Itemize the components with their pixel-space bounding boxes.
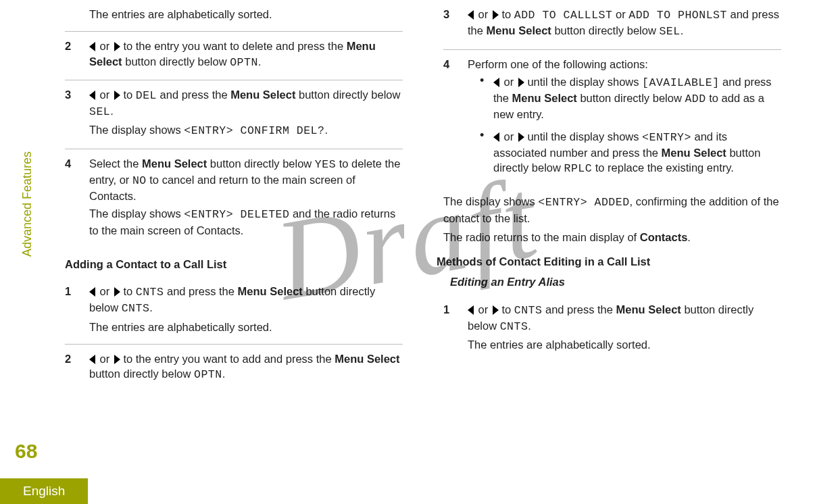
intro-row: The entries are alphabetically sorted. <box>65 0 403 31</box>
text: or <box>612 8 628 20</box>
list-item: or until the display shows [AVAILABLE] a… <box>480 74 781 122</box>
text: and press the <box>542 303 616 316</box>
step-number: 4 <box>443 57 468 184</box>
step-number: 1 <box>65 284 89 337</box>
arrow-right-icon <box>518 78 524 87</box>
text: Select the <box>89 157 142 170</box>
result-text: The radio returns to the main display of… <box>443 230 781 245</box>
result-text: The display shows <ENTRY> ADDED, confirm… <box>443 194 781 226</box>
code-cnts: CNTS <box>136 286 164 299</box>
text: The entries are alphabetically sorted. <box>89 8 272 20</box>
arrow-right-icon <box>518 132 524 142</box>
menu-select-label: Menu Select <box>142 157 207 170</box>
text: The radio returns to the main display of <box>443 231 640 243</box>
menu-select-label: Menu Select <box>335 353 399 365</box>
arrow-right-icon <box>114 355 120 364</box>
step-2-delete: 2 or to the entry you want to delete and… <box>65 31 403 80</box>
step-3-del: 3 or to DEL and press the Menu Select bu… <box>65 80 403 149</box>
text: button directly below <box>89 368 194 380</box>
code-del: DEL <box>136 89 157 102</box>
menu-select-label: Menu Select <box>230 89 295 101</box>
code-add-calllst: ADD TO CALLLST <box>514 9 613 22</box>
text: Perform one of the following actions: <box>468 58 648 70</box>
code-optn: OPTN <box>194 368 222 381</box>
arrow-left-icon <box>89 355 95 364</box>
text: to <box>120 89 136 101</box>
menu-select-label: Menu Select <box>512 92 577 104</box>
code-yes: YES <box>315 158 336 171</box>
code-add-phonlst: ADD TO PHONLST <box>628 9 727 22</box>
text: button directly below <box>295 89 400 101</box>
text: or <box>97 285 113 297</box>
contacts-label: Contacts <box>640 231 688 243</box>
step-body: Perform one of the following actions: or… <box>468 57 781 184</box>
step-number: 3 <box>443 7 468 43</box>
text: and press the <box>157 89 230 101</box>
text: . <box>149 301 153 313</box>
step-body: or to CNTS and press the Menu Select but… <box>468 302 781 355</box>
arrow-left-icon <box>89 42 95 51</box>
step-body: or to ADD TO CALLLST or ADD TO PHONLST a… <box>468 7 781 43</box>
code-cnts: CNTS <box>500 320 528 333</box>
text: and press the <box>164 285 237 297</box>
step-body: Select the Menu Select button directly b… <box>89 156 403 241</box>
page-number: 68 <box>15 438 37 465</box>
code-cnts: CNTS <box>122 302 150 315</box>
step-number: 2 <box>65 351 89 386</box>
arrow-left-icon <box>89 287 95 297</box>
arrow-right-icon <box>114 42 120 51</box>
text: . <box>258 55 262 68</box>
arrow-left-icon <box>468 305 474 315</box>
side-label: Advanced Features <box>19 151 35 257</box>
arrow-left-icon <box>89 91 95 100</box>
arrow-right-icon <box>114 91 120 100</box>
text: . <box>222 368 226 380</box>
menu-select-label: Menu Select <box>487 24 551 36</box>
step-body: or to the entry you want to add and pres… <box>89 351 403 386</box>
step-body: or to CNTS and press the Menu Select but… <box>89 284 403 337</box>
list-item: or until the display shows <ENTRY> and i… <box>480 129 781 177</box>
step-number: 4 <box>65 156 89 241</box>
arrow-right-icon <box>114 287 120 297</box>
add-step-4: 4 Perform one of the following actions: … <box>443 49 781 191</box>
column-left: The entries are alphabetically sorted. 2… <box>65 0 427 393</box>
add-step-3: 3 or to ADD TO CALLLST or ADD TO PHONLST… <box>443 0 781 49</box>
text: button directly below <box>207 157 315 170</box>
code-no: NO <box>132 174 147 187</box>
step-number: 1 <box>443 302 468 355</box>
step-4-confirm: 4 Select the Menu Select button directly… <box>65 149 403 247</box>
heading-methods-editing: Methods of Contact Editing in a Call Lis… <box>437 254 781 269</box>
column-right: 3 or to ADD TO CALLLST or ADD TO PHONLST… <box>427 0 806 393</box>
menu-select-label: Menu Select <box>238 285 303 297</box>
text: or <box>501 130 517 143</box>
code-rplc: RPLC <box>564 162 593 175</box>
heading-add-contact: Adding a Contact to a Call List <box>65 257 403 272</box>
arrow-left-icon <box>493 132 499 142</box>
code-deleted: <ENTRY> DELETED <box>184 208 289 221</box>
text: . <box>324 124 328 136</box>
language-badge: English <box>0 478 88 504</box>
code-add: ADD <box>685 93 706 105</box>
add-step-2: 2 or to the entry you want to add and pr… <box>65 344 403 393</box>
text: to replace the existing entry. <box>592 161 734 174</box>
step-number: 3 <box>65 87 89 142</box>
code-sel: SEL <box>89 105 110 118</box>
text: button directly below <box>551 24 660 36</box>
text: to the entry you want to add and press t… <box>120 353 335 365</box>
code-sel: SEL <box>659 25 680 38</box>
text: . <box>681 24 684 36</box>
arrow-right-icon <box>493 10 499 20</box>
text: The display shows <box>89 207 184 220</box>
text: or <box>97 353 113 365</box>
text: or <box>475 303 491 316</box>
add-step-1: 1 or to CNTS and press the Menu Select b… <box>65 277 403 344</box>
bullet-list: or until the display shows [AVAILABLE] a… <box>468 74 781 177</box>
intro-text: The entries are alphabetically sorted. <box>89 7 403 24</box>
text: The display shows <box>443 195 538 207</box>
text: button directly below <box>122 55 230 68</box>
code-confirm-del: <ENTRY> CONFIRM DEL? <box>184 124 324 137</box>
text: until the display shows <box>524 76 642 88</box>
text: until the display shows <box>524 130 642 143</box>
text: to the entry you want to delete and pres… <box>120 40 347 52</box>
edit-step-1: 1 or to CNTS and press the Menu Select b… <box>443 295 781 362</box>
